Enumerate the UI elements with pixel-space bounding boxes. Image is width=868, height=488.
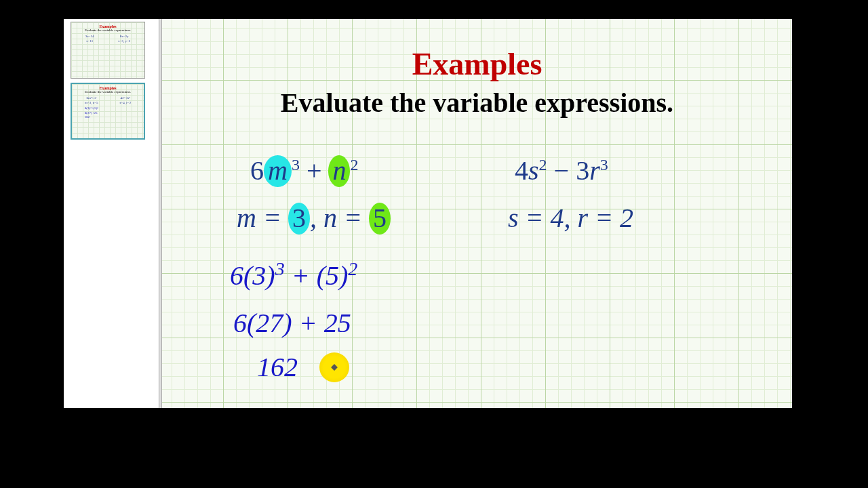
text: , n =	[310, 203, 369, 233]
var-m-highlight: m	[264, 155, 292, 187]
var-n-highlight: n	[328, 155, 350, 187]
value-n-highlight: 5	[369, 203, 391, 235]
slide-subtitle: Evaluate the variable expressions.	[162, 87, 792, 119]
slide-thumbnail-2[interactable]: Examples Evaluate the variable expressio…	[71, 83, 145, 140]
handwriting-line-3: 162	[257, 351, 298, 384]
thumb-subtitle: Evaluate the variable expressions.	[73, 28, 142, 32]
thumb-text: m=3, n=5	[85, 101, 98, 106]
expression-1: 6m3 + n2	[250, 155, 358, 186]
hw-text: 6(3)	[230, 260, 275, 291]
slide-title: Examples	[162, 46, 792, 82]
thumb-handwriting: 6(3)³+(5)² 6(27)+25 162	[85, 106, 98, 120]
exponent: 2	[539, 156, 547, 174]
hw-exponent: 3	[275, 258, 285, 279]
slide-thumbnail-panel: Examples Evaluate the variable expressio…	[64, 19, 159, 408]
cursor-highlight-icon	[319, 352, 349, 382]
hw-exponent: 2	[348, 258, 357, 279]
text: m =	[237, 203, 288, 233]
handwriting-line-1: 6(3)3 + (5)2	[230, 260, 357, 292]
var: s	[528, 155, 539, 186]
coef: 4	[515, 155, 528, 186]
exponent: 3	[600, 156, 608, 174]
thumb-text: 4s²−3r³	[119, 96, 131, 101]
thumb-text: x=11	[85, 39, 94, 44]
value-m-highlight: 3	[288, 203, 310, 235]
exponent: 3	[292, 156, 300, 174]
thumb-text: s=4, r=2	[119, 101, 131, 106]
var: r	[589, 155, 600, 186]
handwriting-line-2: 6(27) + 25	[233, 307, 351, 340]
hw-text: + (5)	[285, 260, 349, 291]
thumb-text: 3x−14	[85, 35, 94, 39]
values-1: m = 3, n = 5	[237, 202, 391, 234]
coef: 6	[250, 155, 264, 186]
app-window: Examples Evaluate the variable expressio…	[64, 19, 792, 408]
slide-canvas: Examples Evaluate the variable expressio…	[162, 19, 792, 408]
operator: −	[547, 155, 576, 186]
thumb-text: x=5, y=2	[118, 39, 130, 44]
thumb-text: 8x−2y	[118, 35, 130, 39]
expression-2: 4s2 − 3r3	[515, 155, 608, 186]
thumb-text: 6m³+n²	[85, 96, 98, 101]
slide-thumbnail-1[interactable]: Examples Evaluate the variable expressio…	[71, 22, 145, 79]
thumb-subtitle: Evaluate the variable expressions.	[74, 90, 142, 94]
coef: 3	[576, 155, 589, 186]
exponent: 2	[350, 156, 358, 174]
operator: +	[300, 155, 329, 186]
values-2: s = 4, r = 2	[508, 202, 633, 234]
